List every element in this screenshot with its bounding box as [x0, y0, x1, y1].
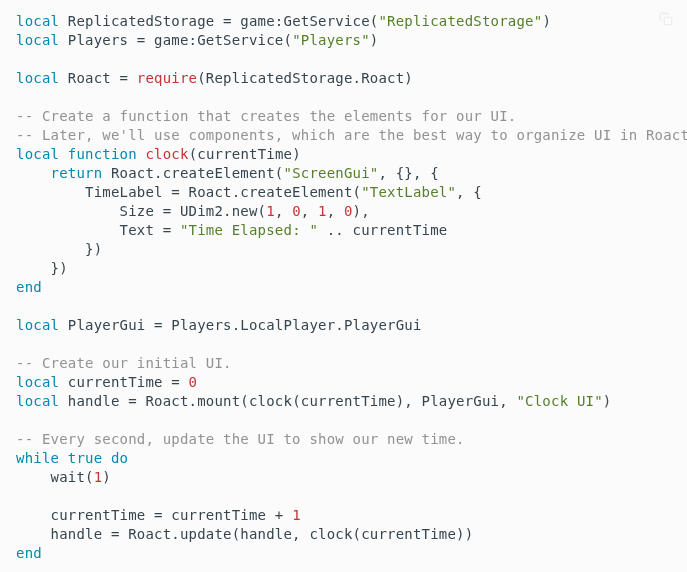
- code-line: -- Every second, update the UI to show o…: [16, 431, 465, 447]
- code-line: end: [16, 545, 42, 561]
- code-line: local Roact = require(ReplicatedStorage.…: [16, 70, 413, 86]
- code-line: TimeLabel = Roact.createElement("TextLab…: [16, 184, 482, 200]
- code-line: local Players = game:GetService("Players…: [16, 32, 378, 48]
- svg-rect-0: [664, 17, 672, 25]
- code-line: local currentTime = 0: [16, 374, 197, 390]
- copy-icon[interactable]: [659, 12, 673, 26]
- code-line: currentTime = currentTime + 1: [16, 507, 301, 523]
- code-line: local ReplicatedStorage = game:GetServic…: [16, 13, 551, 29]
- code-line: local function clock(currentTime): [16, 146, 301, 162]
- code-line: handle = Roact.update(handle, clock(curr…: [16, 526, 473, 542]
- code-line: return Roact.createElement("ScreenGui", …: [16, 165, 439, 181]
- code-line: Text = "Time Elapsed: " .. currentTime: [16, 222, 447, 238]
- code-line: -- Create a function that creates the el…: [16, 108, 516, 124]
- code-line: end: [16, 279, 42, 295]
- code-line: local PlayerGui = Players.LocalPlayer.Pl…: [16, 317, 422, 333]
- code-line: wait(1): [16, 469, 111, 485]
- code-line: -- Later, we'll use components, which ar…: [16, 127, 687, 143]
- code-line: }): [16, 241, 102, 257]
- code-line: }): [16, 260, 68, 276]
- code-line: Size = UDim2.new(1, 0, 1, 0),: [16, 203, 370, 219]
- code-line: -- Create our initial UI.: [16, 355, 232, 371]
- code-block: local ReplicatedStorage = game:GetServic…: [16, 12, 671, 563]
- code-line: local handle = Roact.mount(clock(current…: [16, 393, 611, 409]
- code-line: while true do: [16, 450, 128, 466]
